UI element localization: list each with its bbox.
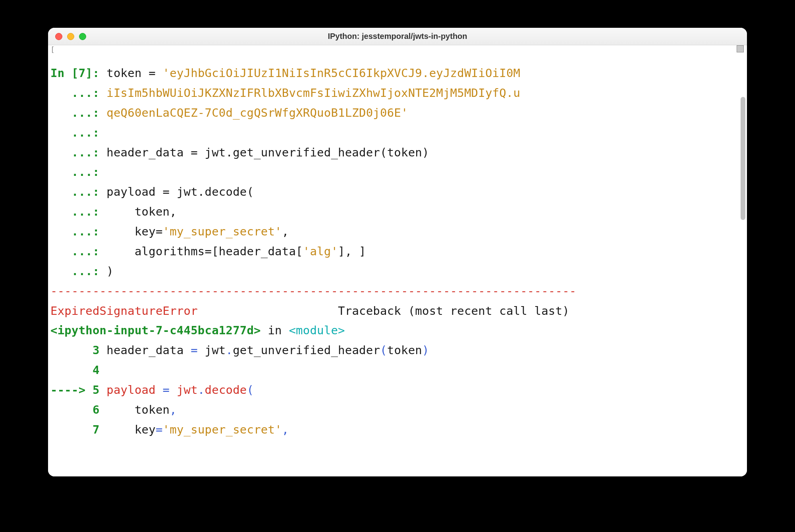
tb-operator: . <box>198 383 205 397</box>
continuation-prompt: ...: <box>50 185 106 199</box>
spacer <box>198 304 338 318</box>
tb-code: decode <box>205 383 247 397</box>
tb-line-number: 5 <box>93 383 106 397</box>
tb-line-number: 7 <box>50 423 106 436</box>
prompt-close: ]: <box>85 66 106 80</box>
string-literal: 'my_super_secret' <box>163 225 282 238</box>
continuation-prompt: ...: <box>50 245 106 258</box>
scroll-indicator-icon <box>737 45 744 52</box>
tb-code: token <box>106 403 170 416</box>
continuation-prompt: ...: <box>50 146 106 159</box>
code-text: token, <box>106 205 177 218</box>
scrollbar[interactable] <box>741 97 745 220</box>
close-icon[interactable] <box>55 33 62 40</box>
continuation-prompt: ...: <box>50 225 106 238</box>
tb-arg: token <box>387 343 422 357</box>
window-title: IPython: jesstemporal/jwts-in-python <box>55 32 740 41</box>
in-word: in <box>261 324 289 337</box>
ipython-input-ref: <ipython-input-7-c445bca1277d> <box>50 324 261 337</box>
code-text: ], ] <box>338 245 366 258</box>
tb-arrow: ----> <box>50 383 93 397</box>
traffic-lights <box>55 33 86 40</box>
tb-paren: ( <box>247 383 254 397</box>
code-text: header_data = jwt.get_unverified_header(… <box>106 146 429 159</box>
continuation-prompt: ...: <box>50 205 106 218</box>
tb-code: jwt <box>198 343 226 357</box>
continuation-prompt: ...: <box>50 86 106 100</box>
tb-line-number: 4 <box>50 363 106 377</box>
terminal-content[interactable]: In [7]: token = 'eyJhbGciOiJIUzI1NiIsInR… <box>48 45 747 440</box>
continuation-prompt: ...: <box>50 126 106 139</box>
tb-code: payload <box>106 383 162 397</box>
maximize-icon[interactable] <box>79 33 86 40</box>
string-literal: qeQ60enLaCQEZ-7C0d_cgQSrWfgXRQuoB1LZD0j0… <box>106 106 408 120</box>
prompt-number: 7 <box>79 66 86 80</box>
tb-paren: ) <box>422 343 429 357</box>
continuation-prompt: ...: <box>50 165 106 179</box>
tb-operator: = <box>156 423 163 436</box>
error-name: ExpiredSignatureError <box>50 304 198 318</box>
minimize-icon[interactable] <box>67 33 74 40</box>
tb-comma: , <box>170 403 177 416</box>
top-bracket-icon: [ <box>50 45 55 54</box>
prompt-in: In [ <box>50 66 79 80</box>
string-literal: 'my_super_secret' <box>163 423 282 436</box>
tb-line-number: 3 <box>50 343 106 357</box>
tb-code: header_data <box>106 343 191 357</box>
continuation-prompt: ...: <box>50 264 106 278</box>
tb-code: get_unverified_header <box>233 343 380 357</box>
code-text: payload = jwt.decode( <box>106 185 254 199</box>
string-literal: 'alg' <box>303 245 338 258</box>
tb-operator: = <box>191 343 198 357</box>
string-literal: 'eyJhbGciOiJIUzI1NiIsInR5cCI6IkpXVCJ9.ey… <box>163 66 521 80</box>
code-text: , <box>282 225 289 238</box>
titlebar[interactable]: IPython: jesstemporal/jwts-in-python <box>48 28 747 45</box>
traceback-label: Traceback (most recent call last) <box>338 304 569 318</box>
tb-operator: . <box>226 343 233 357</box>
error-separator: ----------------------------------------… <box>50 281 745 301</box>
tb-code: key <box>106 423 156 436</box>
string-literal: iIsIm5hbWUiOiJKZXNzIFRlbXBvcmFsIiwiZXhwI… <box>106 86 520 100</box>
continuation-prompt: ...: <box>50 106 106 120</box>
terminal-window: IPython: jesstemporal/jwts-in-python [ I… <box>48 28 747 476</box>
tb-line-number: 6 <box>50 403 106 416</box>
code-text: algorithms=[header_data[ <box>106 245 303 258</box>
code-text: ) <box>106 264 114 278</box>
tb-paren: ( <box>380 343 387 357</box>
tb-comma: , <box>282 423 289 436</box>
terminal-body[interactable]: [ In [7]: token = 'eyJhbGciOiJIUzI1NiIsI… <box>48 45 747 476</box>
module-name: <module> <box>289 324 345 337</box>
tb-code: jwt <box>170 383 198 397</box>
code-text: token = <box>106 66 162 80</box>
code-text: key= <box>106 225 162 238</box>
tb-operator: = <box>163 383 170 397</box>
